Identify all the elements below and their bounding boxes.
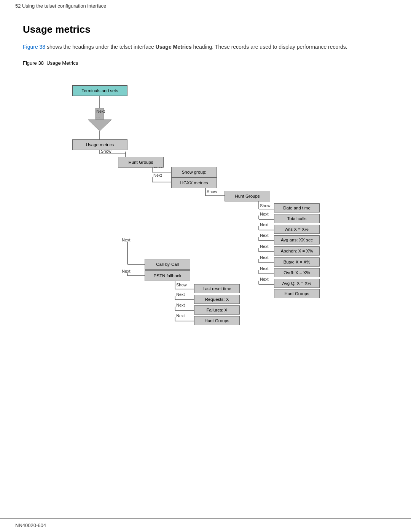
box-avg-ans: Avg ans: XX sec xyxy=(274,235,320,244)
svg-text:Next: Next xyxy=(176,313,185,318)
bold-text: Usage Metrics xyxy=(156,44,192,50)
box-ans-x: Ans X = X% xyxy=(274,225,320,234)
svg-text:Next: Next xyxy=(260,266,269,271)
svg-text:Next: Next xyxy=(260,244,269,249)
box-requests: Requests: X xyxy=(194,295,240,304)
page: 52 Using the telset configuration interf… xyxy=(0,0,411,532)
box-last-reset: Last reset time xyxy=(194,284,240,293)
label-dots: ... xyxy=(96,114,100,118)
svg-text:Next: Next xyxy=(122,269,131,273)
box-hgxx: HGXX metrics xyxy=(171,177,217,188)
box-pstn-fallback: PSTN fallback xyxy=(145,270,190,281)
content: Usage metrics Figure 38 shows the headin… xyxy=(0,12,411,518)
svg-text:Next: Next xyxy=(260,255,269,260)
svg-text:Next: Next xyxy=(176,292,185,297)
box-date-time: Date and time xyxy=(274,203,320,212)
figure-link[interactable]: Figure 38 xyxy=(23,44,45,50)
box-hunt-groups-4: Hunt Groups xyxy=(194,316,240,325)
header: 52 Using the telset configuration interf… xyxy=(0,0,411,12)
label-next1: Next xyxy=(96,109,105,113)
svg-text:Next: Next xyxy=(260,277,269,281)
svg-marker-2 xyxy=(88,120,112,131)
box-busy: Busy: X = X% xyxy=(274,257,320,267)
box-failures: Failures: X xyxy=(194,305,240,315)
svg-text:Show: Show xyxy=(260,203,271,208)
svg-text:Next: Next xyxy=(176,303,185,307)
box-terminals: Terminals and sets xyxy=(72,85,127,96)
box-abdndn: Abdndn: X = X% xyxy=(274,246,320,256)
box-hunt-groups-1: Hunt Groups xyxy=(118,157,164,168)
diagram-container: Show Show Next Show xyxy=(23,70,388,352)
intro-text-end: heading. These records are used to displ… xyxy=(192,44,347,50)
intro-text-after: shows the headings under the telset inte… xyxy=(45,44,156,50)
footer: NN40020-604 xyxy=(0,518,411,532)
box-hunt-groups-3: Hunt Groups xyxy=(274,289,320,298)
box-show-group: Show group: xyxy=(171,167,217,177)
svg-text:Show: Show xyxy=(176,283,187,287)
svg-text:Show: Show xyxy=(207,189,217,194)
svg-text:Next: Next xyxy=(260,222,269,227)
diagram-lines: Show Show Next Show xyxy=(42,78,369,344)
figure-caption: Usage Metrics xyxy=(46,60,78,66)
page-title: Usage metrics xyxy=(23,24,388,35)
svg-text:Next: Next xyxy=(260,233,269,238)
box-hunt-groups-2: Hunt Groups xyxy=(225,191,270,201)
box-avg-q: Avg Q: X = X% xyxy=(274,279,320,288)
svg-text:Next: Next xyxy=(260,212,269,216)
svg-text:Next: Next xyxy=(122,238,131,242)
intro-paragraph: Figure 38 shows the headings under the t… xyxy=(23,43,388,51)
figure-label: Figure 38 Usage Metrics xyxy=(23,60,388,66)
box-usage-metrics: Usage metrics xyxy=(72,139,127,150)
box-ovrfl: Ovrfl: X = X% xyxy=(274,268,320,277)
diagram-inner: Show Show Next Show xyxy=(42,78,369,344)
box-call-by-call: Call-by-Call xyxy=(145,259,190,270)
header-text: 52 Using the telset configuration interf… xyxy=(15,3,106,9)
footer-text: NN40020-604 xyxy=(15,522,46,528)
box-total-calls: Total calls xyxy=(274,214,320,223)
svg-text:Next: Next xyxy=(153,173,162,177)
